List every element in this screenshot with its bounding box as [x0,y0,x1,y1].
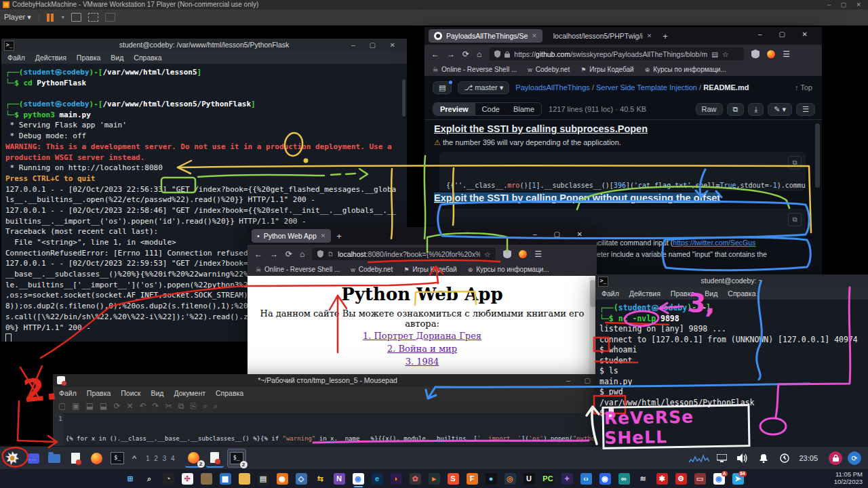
code-block-subprocess[interactable]: {{''.__class__.mro()[1].__subclasses__()… [439,152,806,191]
url-bar[interactable]: https://github.com/swisskyrepo/PayloadsA… [489,47,744,60]
menu-edit[interactable]: Правка [87,389,111,397]
tab-localhost-phptwig[interactable]: localhost/lesson5/PHPTwig/i ✕ [548,29,657,43]
bookmark-games[interactable]: ⚑Игры Кодебай [580,66,634,73]
menu-edit[interactable]: Правка [77,54,100,62]
mousepad-window-controls[interactable]: – ▢ [566,374,597,387]
copy-code-icon[interactable]: ⧉ [788,213,802,226]
tab-close-icon[interactable]: ✕ [647,33,652,39]
app-menu-icon[interactable] [24,449,42,467]
forward-icon[interactable]: → [447,49,455,59]
home-icon[interactable]: ⌂ [300,249,304,259]
edit-pencil-icon[interactable]: ✎ ▾ [768,103,792,116]
terminal-launcher-icon[interactable]: $_ [108,449,126,467]
app-menu-icon[interactable]: ☰ [534,249,542,259]
terminal1-titlebar[interactable]: >_ student@codeby: /var/www/html/lesson5… [1,39,407,52]
firefox1-window-controls[interactable]: – ▢ ✕ [758,30,815,38]
f-app-icon[interactable]: F [467,473,478,485]
cut-icon[interactable]: ✂ [165,401,172,411]
fullscreen-icon[interactable] [88,13,98,22]
firefox-launcher-icon[interactable] [87,449,105,467]
antivirus-app-icon[interactable]: ✱ [656,473,668,485]
file-explorer-icon[interactable] [239,473,250,485]
panel-expand-icon[interactable]: ^ [130,449,139,467]
github-heading-1[interactable]: Exploit the SSTI by calling subprocess.P… [434,123,648,134]
menu-help[interactable]: Справка [134,54,161,62]
menu-file[interactable]: Файл [601,289,619,298]
raw-button[interactable]: Raw [696,103,723,115]
paste-icon[interactable]: ⎘ [190,401,197,411]
bookmark-star-icon[interactable]: ☆ [484,250,490,258]
book-link-1[interactable]: 1. Портрет Дориана Грея [363,331,481,341]
taskbar-mousepad-running[interactable] [206,449,224,468]
reload-file-icon[interactable]: ⟳ [113,401,120,411]
forward-icon[interactable]: → [270,249,278,259]
save-as-icon[interactable]: ⬓ [100,401,107,411]
infinity-app-icon[interactable]: ∞ [618,473,630,485]
orange-app-icon[interactable]: ◉ [277,473,288,485]
menu-actions[interactable]: Действия [629,289,660,298]
notifications-bell-icon[interactable] [755,449,772,467]
dark-browser-icon[interactable]: ● [486,473,497,485]
pinwheel-app-icon[interactable]: ✿ [410,473,421,485]
copy-code-icon[interactable]: ⧉ [788,156,802,169]
back-icon[interactable]: ← [431,49,439,59]
bookmark-games[interactable]: ⚑Игры Кодебай [403,266,457,273]
search-icon[interactable]: ⌕ [144,473,155,485]
bookmark-codeby[interactable]: wCodeby.net [528,66,570,73]
tab-close-icon[interactable]: ✕ [321,232,326,239]
player-menu[interactable]: Player ▾ [4,13,31,22]
menu-search[interactable]: Поиск [121,389,140,397]
menu-help[interactable]: Справка [216,389,243,397]
vmware-window-controls[interactable]: – ▢ ✕ [827,0,865,9]
calendar-app-icon[interactable]: ▦ [220,473,231,485]
distro-logo-icon[interactable] [3,449,21,467]
new-file-icon[interactable]: ▢ [58,401,66,411]
edge-icon[interactable]: e [372,473,383,485]
editor-text[interactable]: {% for x in ().__class__.__base__.__subc… [64,413,602,446]
replace-icon[interactable]: ⌕ [214,401,218,411]
tab-preview[interactable]: Preview [433,103,475,115]
pause-vm-button[interactable] [47,13,55,22]
github-scrollbar[interactable] [815,123,820,188]
start-button[interactable]: ⊞ [125,473,136,485]
url-bar[interactable]: 🗋 localhost:8080/index?book={%%20for%20x… [312,247,496,260]
tab-close-icon[interactable]: ✕ [532,33,537,39]
arrows-app-icon[interactable]: ⇆ [315,473,326,485]
vscode-icon[interactable]: ‹› [580,473,592,485]
home-icon[interactable]: ⌂ [477,49,481,59]
twitter-link[interactable]: https://twitter.com/SecGus [673,239,755,247]
reload-icon[interactable]: ⟳ [462,49,469,59]
copy-raw-icon[interactable]: ⧉ [727,103,745,116]
bookmark-courses[interactable]: ⊕Курсы по информаци... [645,66,726,73]
breadcrumb-repo[interactable]: PayloadsAllTheThings [515,83,589,92]
download-icon[interactable]: ⤓ [748,103,764,116]
open-file-icon[interactable]: ▣ [72,401,79,411]
menu-document[interactable]: Документ [174,389,205,397]
send-ctrl-alt-del-icon[interactable] [71,13,81,22]
screen-share-app-icon[interactable]: ▭ [694,473,706,485]
breadcrumb-folder[interactable]: Server Side Template Injection [596,83,697,92]
taskbar-terminal-running[interactable]: $_2 [227,449,246,468]
tab-code[interactable]: Code [475,103,507,115]
mousepad-editor[interactable]: 1 {% for x in ().__class__.__base__.__su… [53,413,602,446]
new-tab-button[interactable]: + [663,31,668,41]
text-editor-launcher-icon[interactable] [66,449,84,467]
app-menu-icon[interactable]: ☰ [783,49,790,59]
extension-icon[interactable] [519,250,527,258]
file-tree-icon[interactable]: ▤ [433,81,452,94]
pause-dropdown-icon[interactable]: ▾ [62,14,64,20]
search-icon[interactable]: ⌕ [203,401,208,411]
file-manager-icon[interactable] [45,449,63,467]
menu-file[interactable]: Файл [7,54,25,62]
menu-actions[interactable]: Действия [35,54,66,62]
workspace-switcher[interactable]: 1 2 3 4 [146,455,176,462]
reload-icon[interactable]: ⟳ [285,249,292,259]
firefox2-window-controls[interactable]: – ▢ ✕ [533,230,590,238]
bookmark-codeby[interactable]: wCodeby.net [351,266,393,273]
bookmark-courses[interactable]: ⊕Курсы по информаци... [468,266,549,273]
copy-icon[interactable]: ⧉ [178,401,184,411]
menu-file[interactable]: Файл [59,389,77,397]
volume-icon[interactable] [734,449,751,467]
menu-edit[interactable]: Правка [671,289,694,298]
menu-help[interactable]: Справка [728,289,755,298]
